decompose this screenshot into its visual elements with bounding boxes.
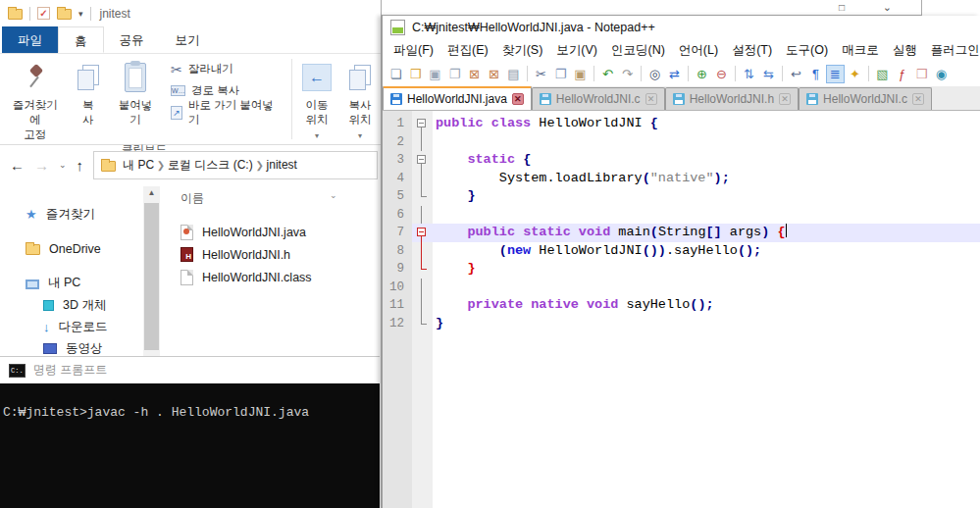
fold-marker-cell[interactable] [412,151,433,170]
open-icon[interactable]: ❒ [406,65,425,83]
menu-인코딩(N)[interactable]: 인코딩(N) [604,39,672,61]
explorer-tab-3[interactable]: 보기 [160,26,216,53]
menu-언어(L)[interactable]: 언어(L) [672,39,725,61]
checkmark-icon[interactable]: ✓ [37,7,50,20]
menu-파일(F)[interactable]: 파일(F) [387,39,440,61]
fold-marker-cell[interactable] [412,133,433,152]
fold-marker-cell[interactable] [412,279,433,297]
close-tab-icon[interactable]: ✕ [779,93,791,105]
sidebar-item-OneDrive[interactable]: OneDrive [0,238,143,259]
sidebar-scrollbar[interactable]: ▲ [143,186,160,356]
monitor-icon[interactable]: ◉ [932,65,951,83]
document-tab-HelloWorldJNI.h[interactable]: HelloWorldJNI.h✕ [665,87,799,110]
menu-실행[interactable]: 실행 [886,39,924,61]
cut-icon[interactable]: ✂ [532,65,550,83]
maximize-icon[interactable]: □ [839,2,845,13]
fold-marker-cell[interactable] [412,206,433,225]
breadcrumb-item[interactable]: jnitest [267,158,297,172]
show-all-chars-icon[interactable]: ¶ [806,65,825,83]
npp-title-bar[interactable]: C:₩jnitest₩HelloWorldJNI.java - Notepad+… [383,16,980,39]
sidebar-item-3D 개체[interactable]: 3D 개체 [0,295,143,316]
column-header-name[interactable]: 이름 ⌄ [167,186,382,221]
redo-icon[interactable]: ↷ [618,65,637,83]
paste-button[interactable]: 붙여넣기 [106,54,165,142]
breadcrumb-item[interactable]: 로컬 디스크 (C:) [168,158,253,172]
menu-설정(T)[interactable]: 설정(T) [725,39,779,61]
address-bar[interactable]: 내 PC ❯ 로컬 디스크 (C:) ❯ jnitest [93,151,378,179]
fold-marker-cell[interactable] [412,242,433,261]
close-tab-icon[interactable]: ✕ [512,93,524,105]
copy-icon[interactable]: ❐ [551,65,570,83]
sidebar-item-내 PC[interactable]: 내 PC [0,273,143,293]
sync-scroll-v-icon[interactable]: ⇅ [740,65,758,83]
fold-marker-cell[interactable] [412,224,433,242]
paste-shortcut-button[interactable]: ↗ 바로 가기 붙여넣기 [171,104,284,121]
menu-도구(O)[interactable]: 도구(O) [779,39,835,61]
back-icon[interactable]: ← [10,157,25,174]
cut-button[interactable]: ✂ 잘라내기 [171,61,284,77]
function-hint-icon[interactable]: ✦ [846,65,864,83]
document-tab-HelloWorldJNI.java[interactable]: HelloWorldJNI.java✕ [383,86,532,110]
scrollbar-thumb[interactable] [144,203,159,350]
paste-icon[interactable]: ▣ [571,65,590,83]
cmd-title-bar[interactable]: 명령 프롬프트 [0,357,380,383]
code-editor[interactable]: 1public class HelloWorldJNI {23 static {… [383,111,980,508]
sidebar-item-다운로드[interactable]: ↓다운로드 [0,317,143,337]
fold-marker-cell[interactable] [412,115,433,133]
fold-marker-cell[interactable] [412,187,433,206]
fold-collapse-icon[interactable] [417,119,426,127]
fold-marker-cell[interactable] [412,296,433,315]
menu-찾기(S)[interactable]: 찾기(S) [495,39,550,61]
close-tab-icon[interactable]: ✕ [645,93,657,105]
document-tab-HelloWroldJNI.c[interactable]: HelloWroldJNI.c✕ [532,87,665,110]
copy-to-button[interactable]: 복사 위치 ▾ [338,54,382,144]
undo-icon[interactable]: ↶ [598,65,617,83]
fold-collapse-icon[interactable] [417,155,426,164]
up-icon[interactable]: ↑ [77,157,84,174]
fold-marker-cell[interactable] [412,260,433,279]
save-all-icon[interactable]: ❐ [445,65,464,83]
scroll-up-icon[interactable]: ▲ [143,186,160,200]
new-file-icon[interactable]: ❏ [387,65,405,83]
replace-icon[interactable]: ⇄ [665,65,684,83]
file-row[interactable]: HelloWorldJNI.h [167,243,382,266]
close-icon[interactable]: ⊠ [465,65,484,83]
menu-보기(V)[interactable]: 보기(V) [549,39,604,61]
explorer-tab-0[interactable]: 파일 [2,26,58,53]
fold-collapse-icon[interactable] [417,228,426,236]
filter-chevron-icon[interactable]: ⌄ [330,190,337,200]
sync-scroll-h-icon[interactable]: ⇆ [759,65,778,83]
menu-플러그인[interactable]: 플러그인 [924,39,980,61]
fold-marker-cell[interactable] [412,315,433,333]
breadcrumb-item[interactable]: 내 PC [123,158,154,172]
folder-icon[interactable] [57,9,72,20]
menu-매크로[interactable]: 매크로 [835,39,886,61]
console-output[interactable]: C:₩jnitest>javac -h . HelloWorldJNI.java [0,383,380,508]
print-icon[interactable]: ▤ [504,65,523,83]
pin-to-quick-access-button[interactable]: 즐겨찾기에 고정 [0,54,70,142]
qat-dropdown-icon[interactable]: ▾ [78,9,83,19]
fold-marker-cell[interactable] [412,170,433,188]
folder-workspace-icon[interactable]: ❒ [912,65,931,83]
find-icon[interactable]: ◎ [645,65,664,83]
close-tab-icon[interactable]: ✕ [912,93,924,105]
copy-path-button[interactable]: W… 경로 복사 [171,82,284,99]
save-icon[interactable]: ▣ [426,65,444,83]
forward-icon[interactable]: → [34,157,49,174]
sidebar-item-즐겨찾기[interactable]: ★즐겨찾기 [0,204,143,225]
zoom-in-icon[interactable]: ⊕ [693,65,711,83]
word-wrap-icon[interactable]: ↩ [787,65,805,83]
file-row[interactable]: HelloWorldJNI.class [167,266,382,288]
doc-map-icon[interactable]: ▧ [873,65,892,83]
explorer-tab-2[interactable]: 공유 [104,26,160,53]
move-to-button[interactable]: ← 이동 위치 ▾ [295,54,338,144]
menu-편집(E)[interactable]: 편집(E) [440,39,495,61]
function-list-icon[interactable]: ƒ [893,65,911,83]
copy-button[interactable]: 복사 [70,54,106,142]
indent-guide-icon[interactable]: ≣ [826,65,845,83]
file-row[interactable]: HelloWorldJNI.java [167,221,382,243]
chevron-down-icon[interactable]: ⌄ [883,1,892,14]
explorer-tab-1[interactable]: 홈 [58,26,104,53]
zoom-out-icon[interactable]: ⊖ [712,65,731,83]
document-tab-HelloWorldJNI.c[interactable]: HelloWorldJNI.c✕ [799,87,932,110]
